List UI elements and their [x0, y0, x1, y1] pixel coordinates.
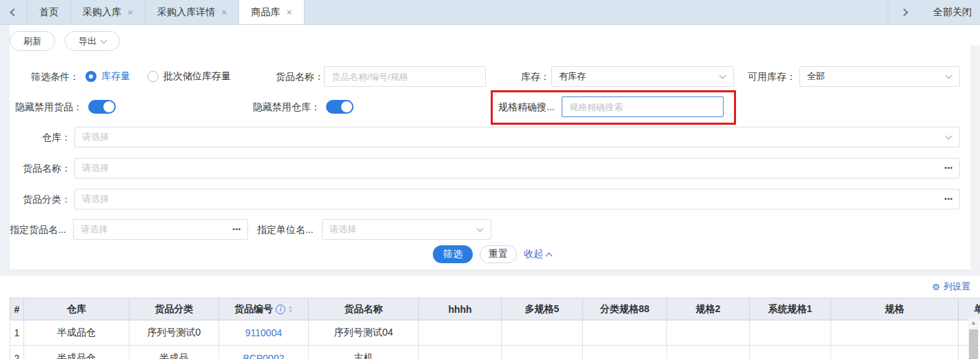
- scrollbar-thumb[interactable]: [969, 329, 978, 359]
- inventory-table: # 仓库 货品分类 货品编号 i ▲ ▼ 货品名称 hhhh 多规格5: [10, 298, 980, 359]
- right-margin-strip: [970, 45, 980, 269]
- cell-goods-name: 主机: [309, 346, 419, 359]
- tabs-scroll-forward-button[interactable]: [888, 0, 919, 24]
- goods-category-label: 货品分类：: [10, 189, 71, 209]
- header-multi-spec5: 多规格5: [502, 298, 583, 320]
- tab-home[interactable]: 首页: [28, 0, 71, 24]
- header-goods-category: 货品分类: [130, 298, 219, 320]
- cell-warehouse: 半成品仓: [24, 346, 130, 359]
- info-icon[interactable]: i: [276, 305, 285, 314]
- stock-select[interactable]: 有库存: [551, 66, 734, 87]
- tabs-scroll-back-button[interactable]: [0, 0, 28, 24]
- goods-category-picker[interactable]: 请选择 •••: [74, 189, 960, 209]
- header-goods-name: 货品名称: [309, 298, 419, 320]
- warehouse-select[interactable]: 请选择: [74, 127, 960, 147]
- chevron-down-icon: [719, 72, 726, 79]
- tab-purchase-inbound-detail[interactable]: 采购入库详情 ×: [145, 0, 239, 24]
- chevron-right-icon: [900, 8, 908, 16]
- table-row: 2 半成品仓 半成品 BCP0002 主机: [10, 346, 980, 359]
- radio-icon: [85, 71, 96, 82]
- goods-name-select-label: 货品名称：: [10, 158, 71, 178]
- cell-multi-spec5: [502, 320, 583, 346]
- spec-exact-search-label: 规格精确搜...: [498, 96, 559, 117]
- hide-disabled-warehouse-label: 隐藏禁用仓库：: [247, 96, 320, 117]
- chevron-down-icon: [101, 37, 108, 43]
- cell-warehouse: 半成品仓: [24, 320, 130, 346]
- sort-icon[interactable]: ▲ ▼: [288, 305, 293, 314]
- chevron-down-icon: [477, 225, 484, 232]
- cell-system-spec1: [750, 346, 831, 359]
- tab-label: 采购入库: [83, 6, 121, 19]
- close-icon[interactable]: ×: [127, 8, 133, 17]
- chevron-down-icon: [946, 133, 952, 140]
- tab-label: 采购入库详情: [157, 6, 215, 19]
- tab-product-library[interactable]: 商品库 ×: [239, 0, 304, 24]
- gear-icon: ⚙: [932, 283, 940, 291]
- refresh-button[interactable]: 刷新: [10, 31, 55, 51]
- section-divider: [0, 269, 980, 276]
- header-system-spec1: 系统规格1: [750, 298, 831, 320]
- specified-unit-name-select[interactable]: 请选择: [322, 219, 491, 240]
- hide-disabled-goods-toggle[interactable]: [88, 100, 116, 114]
- close-icon[interactable]: ×: [286, 8, 292, 17]
- goods-name-input[interactable]: [324, 66, 486, 87]
- cell-hhhh: [419, 320, 502, 346]
- cell-category-spec88: [583, 346, 667, 359]
- cell-goods-name: 序列号测试04: [309, 320, 419, 346]
- cell-goods-category: 序列号测试0: [130, 320, 219, 346]
- cell-spec: [831, 320, 959, 346]
- stock-label: 库存：: [492, 66, 550, 87]
- table-row: 1 半成品仓 序列号测试0 9110004 序列号测试04: [10, 320, 980, 346]
- header-category-spec88: 分类规格88: [583, 298, 667, 320]
- cell-index: 2: [10, 346, 24, 359]
- table-header-row: # 仓库 货品分类 货品编号 i ▲ ▼ 货品名称 hhhh 多规格5: [10, 298, 980, 320]
- tab-purchase-inbound[interactable]: 采购入库 ×: [71, 0, 145, 24]
- table-vertical-scrollbar[interactable]: ▲: [968, 318, 979, 359]
- goods-name-label: 货品名称：: [262, 66, 324, 87]
- chevron-up-icon: [546, 252, 553, 259]
- available-stock-select[interactable]: 全部: [799, 66, 960, 87]
- chevron-down-icon: [946, 72, 952, 79]
- cell-system-spec1: [750, 320, 831, 346]
- cell-spec2: [667, 320, 750, 346]
- cell-category-spec88: [583, 320, 667, 346]
- cell-goods-code-link[interactable]: 9110004: [219, 320, 309, 346]
- filter-condition-label: 筛选条件：: [10, 66, 79, 87]
- table-section: ⚙ 列设置 # 仓库 货品分类 货品编号 i ▲ ▼: [0, 276, 980, 359]
- collapse-filters-link[interactable]: 收起: [524, 245, 551, 263]
- header-spec: 规格: [831, 298, 959, 320]
- column-settings-link[interactable]: ⚙ 列设置: [932, 280, 970, 293]
- warehouse-label: 仓库：: [10, 127, 71, 147]
- spec-exact-search-input[interactable]: [562, 96, 724, 117]
- reset-button[interactable]: 重置: [480, 245, 517, 263]
- scroll-up-icon[interactable]: ▲: [968, 318, 979, 328]
- radio-stock-quantity[interactable]: 库存量: [85, 66, 130, 87]
- header-unit: 单: [959, 298, 980, 320]
- header-warehouse: 仓库: [24, 298, 130, 320]
- header-hhhh: hhhh: [419, 298, 502, 320]
- export-button[interactable]: 导出: [65, 31, 120, 51]
- filter-submit-button[interactable]: 筛选: [433, 245, 473, 263]
- header-index: #: [10, 298, 24, 320]
- specified-goods-name-label: 指定货品名...: [10, 219, 70, 240]
- specified-unit-name-label: 指定单位名...: [257, 219, 319, 240]
- more-icon[interactable]: •••: [233, 226, 241, 233]
- goods-name-picker[interactable]: 请选择 •••: [74, 158, 960, 178]
- specified-goods-name-picker[interactable]: 请选择 •••: [73, 219, 248, 240]
- close-icon[interactable]: ×: [221, 8, 227, 17]
- filter-panel: 筛选条件： 库存量 批次储位库存量 货品名称： 库存： 有库存 可用库存： 全部…: [10, 59, 970, 269]
- cell-goods-code-link[interactable]: BCP0002: [219, 346, 309, 359]
- more-icon[interactable]: •••: [945, 196, 953, 203]
- chevron-left-icon: [10, 8, 17, 16]
- tab-label: 商品库: [251, 6, 280, 19]
- radio-batch-bin-stock-quantity[interactable]: 批次储位库存量: [147, 66, 231, 87]
- header-spec2: 规格2: [667, 298, 750, 320]
- toolbar: 刷新 导出: [10, 31, 120, 51]
- cell-spec2: [667, 346, 750, 359]
- tab-bar: 首页 采购入库 × 采购入库详情 × 商品库 × 全部关闭: [0, 0, 980, 25]
- more-icon[interactable]: •••: [945, 165, 953, 172]
- available-stock-label: 可用库存：: [731, 66, 796, 87]
- close-all-tabs-button[interactable]: 全部关闭: [919, 0, 980, 24]
- radio-icon: [147, 71, 159, 82]
- hide-disabled-warehouse-toggle[interactable]: [326, 100, 354, 114]
